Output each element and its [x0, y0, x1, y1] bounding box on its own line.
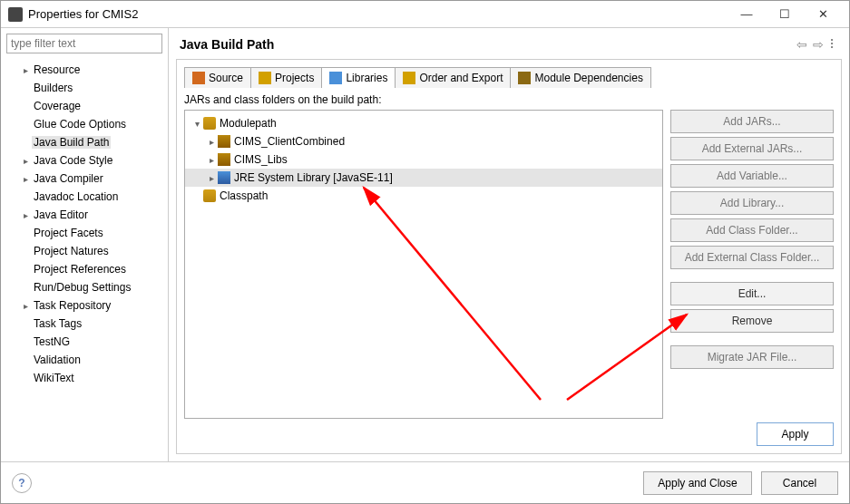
node-label: Modulepath	[220, 117, 277, 130]
chevron-right-icon: ▸	[19, 301, 32, 311]
filter-input[interactable]	[6, 34, 162, 53]
jar-tree[interactable]: ▾ Modulepath ▸ CIMS_ClientCombined ▸ CIM…	[184, 110, 663, 419]
tab-bar: SourceProjectsLibrariesOrder and ExportM…	[184, 67, 651, 88]
sidebar-item-label: Run/Debug Settings	[32, 281, 132, 294]
tab-label: Projects	[275, 72, 314, 84]
tab-label: Order and Export	[419, 72, 503, 84]
tab-icon	[403, 72, 415, 84]
jar-icon	[218, 153, 230, 166]
forward-icon[interactable]: ⇨	[813, 37, 824, 52]
tab-label: Libraries	[346, 72, 387, 84]
content-area: SourceProjectsLibrariesOrder and ExportM…	[176, 59, 842, 454]
chevron-right-icon: ▸	[19, 210, 32, 220]
apply-button[interactable]: Apply	[757, 422, 834, 446]
sidebar-item-glue-code-options[interactable]: Glue Code Options	[1, 115, 168, 133]
menu-icon[interactable]: ⠇	[829, 37, 838, 52]
sidebar-item-javadoc-location[interactable]: Javadoc Location	[1, 188, 168, 206]
sidebar-item-project-references[interactable]: Project References	[1, 260, 168, 278]
migrate-jar-button[interactable]: Migrate JAR File...	[670, 345, 834, 369]
sidebar-item-label: Builders	[32, 82, 74, 94]
key-icon	[203, 117, 216, 130]
close-button[interactable]: ✕	[804, 2, 842, 27]
add-external-class-folder-button[interactable]: Add External Class Folder...	[670, 246, 834, 269]
tree-node-jre-system-library[interactable]: ▸ JRE System Library [JavaSE-11]	[185, 169, 662, 187]
add-library-button[interactable]: Add Library...	[670, 191, 834, 215]
sidebar-item-wikitext[interactable]: WikiText	[1, 369, 168, 387]
apply-and-close-button[interactable]: Apply and Close	[643, 471, 752, 495]
sidebar-item-label: Project References	[32, 263, 128, 276]
caption-label: JARs and class folders on the build path…	[184, 93, 834, 106]
back-icon[interactable]: ⇦	[796, 37, 807, 52]
sidebar-item-label: Project Facets	[32, 227, 105, 239]
tree-node-classpath[interactable]: Classpath	[185, 187, 662, 205]
sidebar-item-project-natures[interactable]: Project Natures	[1, 242, 168, 260]
sidebar-item-java-compiler[interactable]: ▸Java Compiler	[1, 170, 168, 188]
sidebar-item-label: Glue Code Options	[32, 118, 128, 131]
tree-node-cims-clientcombined[interactable]: ▸ CIMS_ClientCombined	[185, 132, 662, 150]
add-class-folder-button[interactable]: Add Class Folder...	[670, 218, 834, 242]
tab-source[interactable]: Source	[185, 68, 251, 88]
add-jars-button[interactable]: Add JARs...	[670, 110, 834, 133]
chevron-right-icon: ▸	[19, 174, 32, 184]
node-label: Classpath	[220, 189, 268, 202]
edit-button[interactable]: Edit...	[670, 282, 834, 305]
window-title: Properties for CMIS2	[28, 7, 728, 21]
sidebar-item-resource[interactable]: ▸Resource	[1, 61, 168, 79]
add-external-jars-button[interactable]: Add External JARs...	[670, 137, 834, 160]
sidebar-item-label: TestNG	[32, 335, 72, 348]
sidebar-item-testng[interactable]: TestNG	[1, 333, 168, 351]
tab-label: Module Dependencies	[534, 72, 642, 84]
button-column: Add JARs... Add External JARs... Add Var…	[670, 110, 834, 419]
main-layout: ▸ResourceBuildersCoverageGlue Code Optio…	[1, 28, 849, 461]
cancel-button[interactable]: Cancel	[761, 471, 838, 495]
header-toolbar: ⇦ ⇨ ⠇	[796, 37, 838, 52]
sidebar-item-label: Task Repository	[32, 299, 112, 312]
body-row: ▾ Modulepath ▸ CIMS_ClientCombined ▸ CIM…	[184, 110, 834, 419]
maximize-button[interactable]: ☐	[766, 2, 804, 27]
sidebar-item-label: Project Natures	[32, 245, 111, 257]
sidebar-item-run-debug-settings[interactable]: Run/Debug Settings	[1, 278, 168, 296]
category-sidebar: ▸ResourceBuildersCoverageGlue Code Optio…	[1, 28, 169, 461]
sidebar-item-label: Resource	[32, 63, 82, 76]
sidebar-item-task-repository[interactable]: ▸Task Repository	[1, 296, 168, 315]
sidebar-item-validation[interactable]: Validation	[1, 351, 168, 369]
minimize-button[interactable]: —	[728, 2, 766, 27]
jar-icon	[218, 135, 230, 148]
tree-node-cims-libs[interactable]: ▸ CIMS_Libs	[185, 150, 662, 169]
category-tree[interactable]: ▸ResourceBuildersCoverageGlue Code Optio…	[1, 59, 168, 461]
tab-module-dependencies[interactable]: Module Dependencies	[511, 68, 650, 88]
sidebar-item-java-code-style[interactable]: ▸Java Code Style	[1, 151, 168, 170]
sidebar-item-label: Java Build Path	[32, 136, 111, 149]
chevron-right-icon: ▸	[205, 137, 218, 147]
tab-icon	[192, 72, 205, 84]
sidebar-item-label: Task Tags	[32, 317, 83, 330]
tab-icon	[259, 72, 271, 84]
tab-order-and-export[interactable]: Order and Export	[396, 68, 511, 88]
page-header: Java Build Path ⇦ ⇨ ⠇	[169, 28, 849, 59]
sidebar-item-label: Java Code Style	[32, 154, 114, 167]
help-icon[interactable]: ?	[12, 473, 32, 493]
filter-container	[6, 34, 162, 53]
sidebar-item-project-facets[interactable]: Project Facets	[1, 224, 168, 242]
eclipse-icon	[8, 7, 23, 22]
tab-icon	[329, 72, 342, 84]
chevron-down-icon: ▾	[191, 119, 203, 129]
key-icon	[203, 189, 216, 202]
tab-projects[interactable]: Projects	[251, 68, 322, 88]
remove-button[interactable]: Remove	[670, 309, 834, 333]
sidebar-item-builders[interactable]: Builders	[1, 79, 168, 97]
sidebar-item-coverage[interactable]: Coverage	[1, 97, 168, 115]
sidebar-item-label: Java Compiler	[32, 172, 105, 185]
node-label: CIMS_ClientCombined	[234, 135, 345, 148]
tab-icon	[518, 72, 531, 84]
tree-node-modulepath[interactable]: ▾ Modulepath	[185, 114, 662, 132]
sidebar-item-label: Coverage	[32, 100, 83, 112]
node-label: JRE System Library [JavaSE-11]	[234, 171, 393, 184]
chevron-right-icon: ▸	[205, 155, 218, 165]
sidebar-item-java-editor[interactable]: ▸Java Editor	[1, 206, 168, 224]
add-variable-button[interactable]: Add Variable...	[670, 164, 834, 188]
tab-libraries[interactable]: Libraries	[322, 68, 396, 88]
sidebar-item-java-build-path[interactable]: Java Build Path	[1, 133, 168, 151]
chevron-right-icon: ▸	[19, 65, 32, 75]
sidebar-item-task-tags[interactable]: Task Tags	[1, 315, 168, 333]
